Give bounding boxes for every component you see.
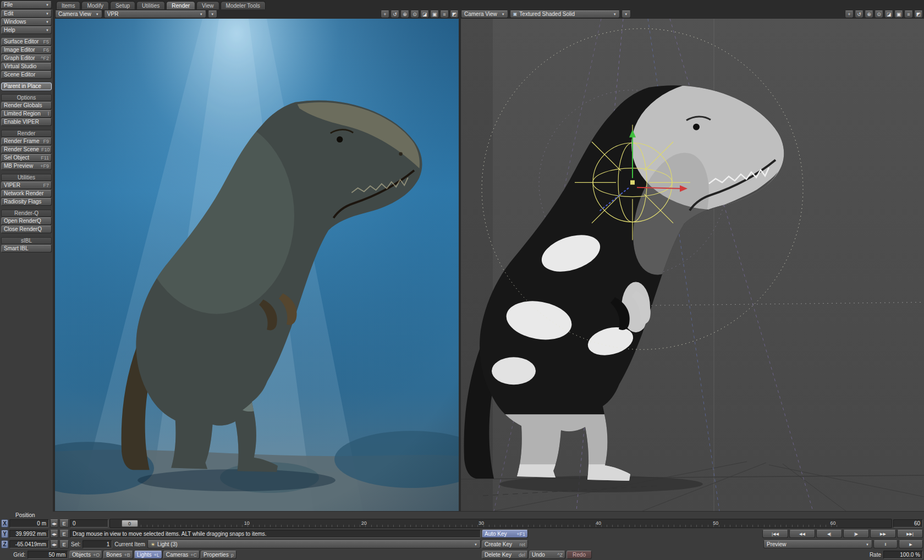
properties-button[interactable]: Properties p (201, 551, 237, 559)
tab-setup[interactable]: Setup (110, 1, 135, 9)
snapshot-icon[interactable]: ▣ (894, 10, 903, 18)
shortcut: ret (519, 541, 525, 548)
right-viewport-canvas[interactable] (461, 19, 924, 511)
left-view-mode-dropdown[interactable]: Camera View ▼ (55, 10, 102, 18)
item-type-objects[interactable]: Objects +O (69, 551, 102, 559)
maximize-icon[interactable]: ◩ (914, 10, 923, 18)
region-icon[interactable]: ◪ (420, 10, 429, 18)
sidebar-item-limited-region[interactable]: Limited Region l (1, 110, 52, 118)
right-shading-mode-dropdown[interactable]: ▣ Textured Shaded Solid ▼ (510, 10, 620, 18)
right-viewport[interactable] (461, 19, 924, 511)
grid-size-field[interactable]: 50 mm (28, 551, 68, 559)
sidebar-item-mb-preview[interactable]: MB Preview +F9 (1, 162, 52, 170)
tab-modeler-tools[interactable]: Modeler Tools (221, 1, 266, 9)
delete-key-button[interactable]: Delete Key del (482, 551, 528, 559)
rate-field[interactable]: 100.0 % (883, 551, 923, 559)
previous-key-button[interactable]: ◀◀ (789, 530, 815, 538)
position-y-field[interactable]: 39.9992 mm (9, 530, 49, 538)
right-viewport-menu-dropdown[interactable]: ▼ (622, 10, 631, 18)
sidebar-item-viper[interactable]: VIPER F7 (1, 182, 52, 189)
timeline-ruler[interactable]: 0 10 20 30 40 50 60 0 (109, 519, 892, 528)
maximize-icon[interactable]: ◩ (450, 10, 459, 18)
label: Objects (72, 552, 91, 558)
frame-slider-handle[interactable]: 0 (122, 520, 138, 527)
sidebar-item-graph-editor[interactable]: Graph Editor ^F2 (1, 54, 52, 62)
redo-button[interactable]: Redo (566, 551, 592, 559)
item-type-lights[interactable]: Lights +L (134, 551, 162, 559)
rotate-icon[interactable]: ↺ (391, 10, 399, 18)
item-type-cameras[interactable]: Cameras +C (163, 551, 200, 559)
region-icon[interactable]: ◪ (884, 10, 893, 18)
menu-icon[interactable]: ≡ (904, 10, 913, 18)
right-view-mode-dropdown[interactable]: Camera View ▼ (461, 10, 508, 18)
tab-utilities[interactable]: Utilities (136, 1, 165, 9)
sidebar-item-parent-in-place[interactable]: Parent in Place (1, 83, 52, 90)
rotate-icon[interactable]: ↺ (855, 10, 864, 18)
step-back-button[interactable]: ◀| (816, 530, 842, 538)
zoom-icon[interactable]: ⊕ (400, 10, 409, 18)
current-frame-field[interactable]: 0 (70, 519, 108, 528)
sidebar-item-sel-object[interactable]: Sel Object F11 (1, 154, 52, 162)
magnifier-icon[interactable]: ⊙ (875, 10, 883, 18)
pan-icon[interactable]: + (845, 10, 854, 18)
envelope-x-button[interactable]: E (59, 519, 69, 528)
auto-key-button[interactable]: Auto Key +F1 (482, 530, 528, 538)
go-to-end-button[interactable]: ▶▶| (897, 530, 923, 538)
sidebar-item-close-renderq[interactable]: Close RenderQ (1, 226, 52, 233)
menu-windows[interactable]: Windows ▼ (1, 18, 52, 26)
sidebar-item-image-editor[interactable]: Image Editor F6 (1, 46, 52, 54)
current-item-dropdown[interactable]: ☀ Light (3) ▼ (147, 540, 481, 548)
left-viewport[interactable] (55, 19, 459, 511)
undo-button[interactable]: Undo ^Z (529, 551, 565, 559)
position-x-field[interactable]: 0 m (9, 519, 49, 528)
snapshot-icon[interactable]: ▣ (430, 10, 439, 18)
shortcut: F5 (43, 39, 49, 45)
sidebar-item-render-globals[interactable]: Render Globals (1, 102, 52, 109)
menu-file[interactable]: File ▼ (1, 1, 52, 9)
position-z-field[interactable]: -65.0419mm (9, 540, 49, 548)
nudge-y-control[interactable]: ◀▶ (50, 530, 58, 538)
sidebar-item-render-frame[interactable]: Render Frame F9 (1, 138, 52, 145)
menu-icon[interactable]: ≡ (440, 10, 449, 18)
axis-x-badge[interactable]: X (1, 519, 8, 528)
light-gizmo[interactable] (575, 125, 690, 240)
pan-icon[interactable]: + (381, 10, 389, 18)
left-viewport-canvas[interactable] (55, 19, 459, 511)
menu-edit[interactable]: Edit ▼ (1, 10, 52, 18)
preview-pause-button[interactable]: ‖ (873, 540, 898, 548)
shortcut: +B (124, 552, 130, 558)
step-forward-button[interactable]: |▶ (843, 530, 869, 538)
item-type-bones[interactable]: Bones +B (103, 551, 133, 559)
sidebar-item-smart-ibl[interactable]: Smart IBL (1, 245, 52, 252)
envelope-y-button[interactable]: E (59, 530, 69, 538)
nudge-x-control[interactable]: ◀▶ (50, 519, 58, 528)
go-to-start-button[interactable]: |◀◀ (762, 530, 788, 538)
sidebar-item-radiosity-flags[interactable]: Radiosity Flags (1, 198, 52, 206)
left-shading-mode-dropdown[interactable]: VPR ▼ (104, 10, 206, 18)
axis-z-badge[interactable]: Z (1, 540, 8, 548)
preview-dropdown[interactable]: Preview ▼ (763, 540, 872, 548)
next-key-button[interactable]: ▶▶ (870, 530, 896, 538)
tab-modify[interactable]: Modify (81, 1, 108, 9)
end-frame-field[interactable]: 60 (893, 519, 923, 528)
menu-help[interactable]: Help ▼ (1, 26, 52, 34)
sidebar-item-open-renderq[interactable]: Open RenderQ (1, 217, 52, 225)
nudge-z-control[interactable]: ◀▶ (50, 540, 58, 548)
tab-items[interactable]: Items (56, 1, 80, 9)
axis-y-badge[interactable]: Y (1, 530, 8, 538)
envelope-z-button[interactable]: E (59, 540, 69, 548)
left-viewport-menu-dropdown[interactable]: ▼ (208, 10, 217, 18)
sidebar-item-surface-editor[interactable]: Surface Editor F5 (1, 38, 52, 46)
sidebar-item-virtual-studio[interactable]: Virtual Studio (1, 63, 52, 70)
preview-play-button[interactable]: ▶ (899, 540, 923, 548)
create-key-button[interactable]: Create Key ret (482, 540, 528, 548)
tab-render[interactable]: Render (166, 1, 195, 9)
zoom-icon[interactable]: ⊕ (865, 10, 873, 18)
magnifier-icon[interactable]: ⊙ (410, 10, 419, 18)
sidebar-item-scene-editor[interactable]: Scene Editor (1, 71, 52, 79)
gizmo-center[interactable] (630, 180, 635, 185)
sidebar-item-network-render[interactable]: Network Render (1, 190, 52, 197)
sidebar-item-enable-viper[interactable]: Enable VIPER (1, 118, 52, 126)
tab-view[interactable]: View (196, 1, 219, 9)
sidebar-item-render-scene[interactable]: Render Scene F10 (1, 146, 52, 153)
